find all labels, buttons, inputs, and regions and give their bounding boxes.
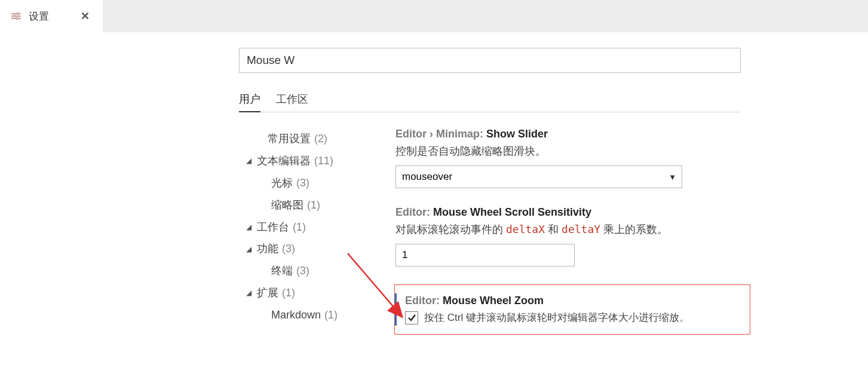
setting-title: Editor: Mouse Wheel Zoom (405, 295, 740, 307)
toc-label: 常用设置 (268, 128, 311, 150)
toc-count: (1) (324, 304, 338, 326)
setting-category: Editor: (405, 295, 443, 307)
settings-list: Editor › Minimap: Show Slider 控制是否自动隐藏缩略… (394, 128, 868, 335)
toc-count: (3) (296, 172, 309, 194)
setting-description: 对鼠标滚轮滚动事件的 deltaX 和 deltaY 乘上的系数。 (395, 222, 844, 237)
toc-extensions[interactable]: ◢ 扩展 (1) (246, 282, 394, 304)
svg-point-3 (17, 13, 19, 15)
show-slider-select[interactable] (395, 166, 682, 188)
chevron-down-icon: ◢ (246, 154, 256, 168)
close-icon[interactable]: ✕ (78, 8, 92, 24)
toc-text-editor[interactable]: ◢ 文本编辑器 (11) (246, 150, 394, 172)
code-ctrl: Ctrl (447, 312, 463, 323)
toc-common[interactable]: 常用设置 (2) (246, 128, 394, 150)
desc-text: 按住 (424, 312, 447, 323)
settings-tab-icon (11, 12, 22, 20)
tab-bar: 设置 ✕ (0, 0, 868, 32)
toc-minimap[interactable]: 缩略图 (1) (246, 194, 394, 216)
svg-point-5 (16, 17, 19, 20)
toc-count: (1) (307, 194, 320, 216)
setting-show-slider: Editor › Minimap: Show Slider 控制是否自动隐藏缩略… (394, 128, 844, 188)
toc-label: Markdown (271, 304, 321, 326)
setting-scroll-sensitivity: Editor: Mouse Wheel Scroll Sensitivity 对… (394, 206, 844, 266)
tab-settings[interactable]: 设置 ✕ (0, 0, 103, 32)
toc-workbench[interactable]: ◢ 工作台 (1) (246, 216, 394, 238)
setting-title: Editor: Mouse Wheel Scroll Sensitivity (395, 206, 844, 219)
chevron-down-icon: ◢ (246, 242, 256, 257)
code-deltay: deltaY (562, 223, 600, 235)
toc-label: 缩略图 (271, 194, 303, 216)
setting-category: Editor › Minimap: (395, 128, 486, 140)
tab-title: 设置 (29, 10, 71, 23)
setting-name: Mouse Wheel Zoom (443, 295, 544, 307)
toc-cursor[interactable]: 光标 (3) (246, 172, 394, 194)
desc-text: 乘上的系数。 (600, 223, 668, 235)
settings-toc: 常用设置 (2) ◢ 文本编辑器 (11) 光标 (3) 缩略图 (1) ◢ 工… (239, 128, 394, 335)
setting-title: Editor › Minimap: Show Slider (395, 128, 844, 140)
desc-text: 和 (545, 223, 562, 235)
toc-count: (2) (314, 128, 327, 150)
tab-workspace[interactable]: 工作区 (276, 91, 308, 112)
highlighted-setting-box: Editor: Mouse Wheel Zoom 按住 Ctrl 键并滚动鼠标滚… (394, 284, 750, 335)
toc-count: (1) (293, 216, 306, 238)
toc-count: (11) (314, 150, 333, 172)
scroll-sensitivity-input[interactable] (395, 244, 575, 266)
chevron-down-icon: ◢ (246, 220, 256, 235)
toc-terminal[interactable]: 终端 (3) (246, 260, 394, 282)
setting-category: Editor: (395, 206, 433, 218)
code-deltax: deltaX (506, 223, 545, 235)
toc-count: (3) (296, 260, 309, 282)
setting-name: Mouse Wheel Scroll Sensitivity (433, 206, 591, 218)
chevron-down-icon: ◢ (246, 286, 256, 301)
desc-text: 对鼠标滚轮滚动事件的 (395, 223, 506, 235)
setting-description: 按住 Ctrl 键并滚动鼠标滚轮时对编辑器字体大小进行缩放。 (424, 311, 689, 324)
scope-tabs: 用户 工作区 (239, 91, 741, 112)
desc-text: 键并滚动鼠标滚轮时对编辑器字体大小进行缩放。 (463, 312, 689, 323)
toc-markdown[interactable]: Markdown (1) (246, 304, 394, 326)
toc-features[interactable]: ◢ 功能 (3) (246, 238, 394, 260)
toc-count: (3) (282, 238, 295, 260)
setting-description: 控制是否自动隐藏缩略图滑块。 (395, 144, 844, 158)
toc-label: 工作台 (257, 216, 289, 238)
setting-name: Show Slider (486, 128, 548, 140)
wheel-zoom-checkbox[interactable] (405, 311, 418, 324)
settings-content: 用户 工作区 常用设置 (2) ◢ 文本编辑器 (11) 光标 (3) 缩略图 … (0, 32, 868, 335)
toc-label: 功能 (257, 238, 278, 260)
toc-label: 终端 (271, 260, 293, 282)
toc-label: 文本编辑器 (257, 150, 311, 172)
svg-point-4 (13, 15, 16, 17)
settings-search-input[interactable] (239, 48, 741, 73)
toc-label: 扩展 (257, 282, 278, 304)
toc-label: 光标 (271, 172, 293, 194)
tab-user[interactable]: 用户 (239, 91, 260, 112)
toc-count: (1) (282, 282, 295, 304)
